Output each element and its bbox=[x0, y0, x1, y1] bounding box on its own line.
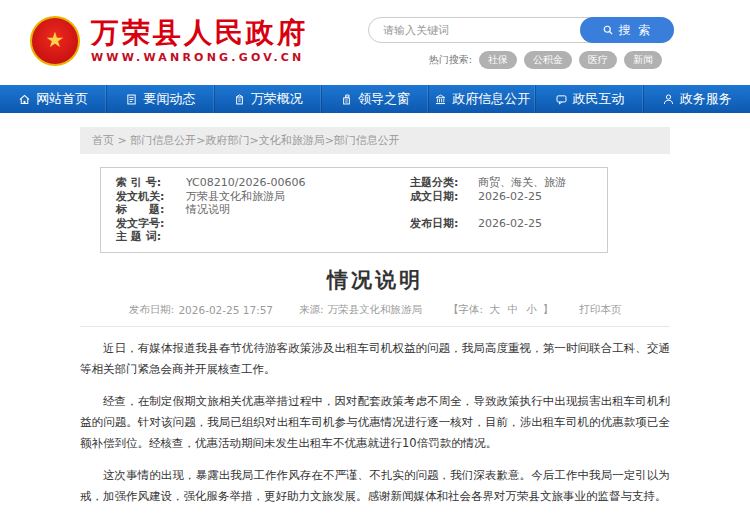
hot-search-row: 热门搜索: 社保 公积金 医疗 新闻 bbox=[368, 51, 674, 69]
doc-number-value bbox=[178, 217, 410, 231]
source-label: 来源: bbox=[299, 303, 324, 317]
site-logo[interactable]: ★ 万荣县人民政府 WWW.WANRONG.GOV.CN bbox=[30, 16, 308, 66]
doc-empty-value bbox=[470, 230, 597, 244]
search-button[interactable]: 搜 索 bbox=[580, 17, 674, 43]
nav-item-gov-info[interactable]: 政府信息公开 bbox=[429, 85, 536, 113]
nav-item-interaction[interactable]: 政民互动 bbox=[536, 85, 643, 113]
source-value: 万荣县文化和旅游局 bbox=[328, 303, 423, 317]
font-size-medium-button[interactable]: 中 bbox=[508, 303, 519, 317]
font-size-switch: 【字体: 大 中 小 】 bbox=[448, 303, 553, 317]
article-paragraph: 经查，在制定假期文旅相关优惠举措过程中，因对配套政策考虑不周全，导致政策执行中出… bbox=[80, 391, 670, 454]
doc-meta-row: 标 题: 情况说明 bbox=[116, 203, 597, 217]
hot-search-tag[interactable]: 公积金 bbox=[524, 51, 572, 69]
page: ★ 万荣县人民政府 WWW.WANRONG.GOV.CN 搜 索 热门搜索: 社… bbox=[0, 0, 750, 531]
breadcrumb[interactable]: 首页 > 部门信息公开>政府部门>文化和旅游局>部门信息公开 bbox=[80, 127, 670, 154]
doc-written-date-value: 2026-02-25 bbox=[470, 190, 597, 204]
font-size-small-button[interactable]: 小 bbox=[526, 303, 537, 317]
overview-icon bbox=[233, 93, 246, 106]
doc-empty-label bbox=[410, 203, 470, 217]
font-switch-suffix: 】 bbox=[543, 303, 554, 317]
nav-item-leadership[interactable]: 领导之窗 bbox=[322, 85, 429, 113]
doc-agency-value: 万荣县文化和旅游局 bbox=[178, 190, 410, 204]
doc-meta-row: 索 引 号: YC08210/2026-00606 主题分类: 商贸、海关、旅游 bbox=[116, 176, 597, 190]
site-url: WWW.WANRONG.GOV.CN bbox=[91, 51, 308, 64]
service-icon bbox=[662, 93, 675, 106]
doc-keywords-value bbox=[178, 230, 410, 244]
doc-number-label: 发文字号: bbox=[116, 217, 178, 231]
doc-meta-row: 主 题 词: bbox=[116, 230, 597, 244]
doc-publish-date-label: 发布日期: bbox=[410, 217, 470, 231]
article-body: 近日，有媒体报道我县春节优待游客政策涉及出租车司机权益的问题，我局高度重视，第一… bbox=[80, 338, 670, 507]
nav-label: 万荣概况 bbox=[251, 90, 303, 108]
nav-label: 要闻动态 bbox=[143, 90, 195, 108]
article-title: 情况说明 bbox=[80, 267, 670, 294]
font-switch-prefix: 【字体: bbox=[448, 303, 483, 317]
nav-item-services[interactable]: 政务服务 bbox=[644, 85, 750, 113]
nav-label: 政民互动 bbox=[573, 90, 625, 108]
publish-date-value: 2026-02-25 17:57 bbox=[178, 304, 273, 316]
interaction-icon bbox=[555, 93, 568, 106]
doc-title-value: 情况说明 bbox=[178, 203, 410, 217]
doc-title-label: 标 题: bbox=[116, 203, 178, 217]
doc-meta-table: 索 引 号: YC08210/2026-00606 主题分类: 商贸、海关、旅游… bbox=[100, 167, 608, 253]
leadership-icon bbox=[340, 93, 353, 106]
nav-item-home[interactable]: 网站首页 bbox=[0, 85, 107, 113]
search-icon bbox=[602, 24, 614, 36]
home-icon bbox=[18, 93, 31, 106]
news-icon bbox=[125, 93, 138, 106]
gov-info-icon bbox=[434, 93, 447, 106]
doc-meta-row: 发文机关: 万荣县文化和旅游局 成文日期: 2026-02-25 bbox=[116, 190, 597, 204]
hot-search-tag[interactable]: 医疗 bbox=[579, 51, 617, 69]
article-paragraph: 这次事情的出现，暴露出我局工作作风存在不严谨、不扎实的问题，我们深表歉意。今后工… bbox=[80, 465, 670, 507]
doc-agency-label: 发文机关: bbox=[116, 190, 178, 204]
nav-label: 领导之窗 bbox=[358, 90, 410, 108]
nav-label: 政府信息公开 bbox=[452, 90, 530, 108]
site-header: ★ 万荣县人民政府 WWW.WANRONG.GOV.CN 搜 索 热门搜索: 社… bbox=[0, 0, 750, 85]
search-area: 搜 索 热门搜索: 社保 公积金 医疗 新闻 bbox=[368, 17, 674, 69]
print-page-link[interactable]: 打印本页 bbox=[579, 303, 621, 317]
article-meta-row: 发布日期: 2026-02-25 17:57 来源: 万荣县文化和旅游局 【字体… bbox=[80, 303, 670, 327]
doc-empty-label bbox=[410, 230, 470, 244]
search-button-label: 搜 索 bbox=[619, 22, 653, 39]
publish-date-label: 发布日期: bbox=[129, 303, 175, 317]
nav-item-overview[interactable]: 万荣概况 bbox=[215, 85, 322, 113]
doc-empty-value bbox=[470, 203, 597, 217]
emblem-star: ★ bbox=[46, 30, 65, 51]
site-name: 万荣县人民政府 bbox=[91, 18, 308, 49]
hot-search-tag[interactable]: 社保 bbox=[479, 51, 517, 69]
nav-item-news[interactable]: 要闻动态 bbox=[107, 85, 214, 113]
doc-written-date-label: 成文日期: bbox=[410, 190, 470, 204]
nav-label: 网站首页 bbox=[36, 90, 88, 108]
national-emblem-icon: ★ bbox=[30, 16, 80, 66]
doc-index-label: 索 引 号: bbox=[116, 176, 178, 190]
font-size-large-button[interactable]: 大 bbox=[489, 303, 500, 317]
doc-category-value: 商贸、海关、旅游 bbox=[470, 176, 597, 190]
doc-index-value: YC08210/2026-00606 bbox=[178, 176, 410, 190]
content-container: 首页 > 部门信息公开>政府部门>文化和旅游局>部门信息公开 索 引 号: YC… bbox=[80, 127, 670, 507]
main-nav: 网站首页 要闻动态 万荣概况 领导之窗 政府信息公开 政民互动 政务服务 bbox=[0, 85, 750, 113]
hot-search-label: 热门搜索: bbox=[429, 53, 472, 67]
doc-meta-row: 发文字号: 发布日期: 2026-02-25 bbox=[116, 217, 597, 231]
hot-search-tag[interactable]: 新闻 bbox=[624, 51, 662, 69]
nav-label: 政务服务 bbox=[680, 90, 732, 108]
doc-publish-date-value: 2026-02-25 bbox=[470, 217, 597, 231]
doc-keywords-label: 主 题 词: bbox=[116, 230, 178, 244]
doc-category-label: 主题分类: bbox=[410, 176, 470, 190]
article-paragraph: 近日，有媒体报道我县春节优待游客政策涉及出租车司机权益的问题，我局高度重视，第一… bbox=[80, 338, 670, 380]
